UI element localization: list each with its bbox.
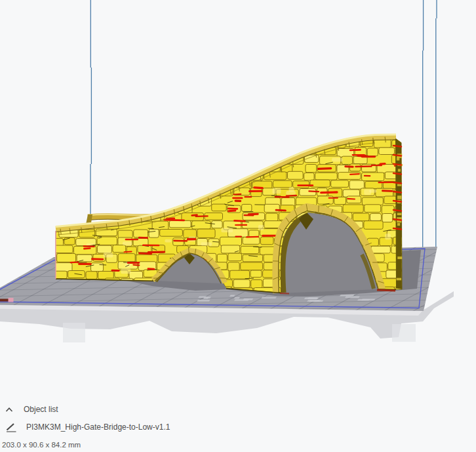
- viewport-3d[interactable]: [0, 0, 476, 452]
- origin-marker-pink: [9, 298, 14, 302]
- bridge-model[interactable]: [52, 131, 424, 297]
- model-file-name: PI3MK3M_High-Gate-Bridge-to-Low-v1.1: [26, 422, 170, 432]
- origin-marker: [0, 299, 9, 302]
- model-dimensions: 203.0 x 90.6 x 84.2 mm: [2, 441, 81, 449]
- pencil-icon: [5, 422, 17, 433]
- object-list-item[interactable]: PI3MK3M_High-Gate-Bridge-to-Low-v1.1: [5, 421, 170, 433]
- chevron-up-icon: [5, 407, 13, 413]
- object-list-label: Object list: [24, 405, 58, 414]
- object-list-header[interactable]: Object list: [5, 404, 58, 415]
